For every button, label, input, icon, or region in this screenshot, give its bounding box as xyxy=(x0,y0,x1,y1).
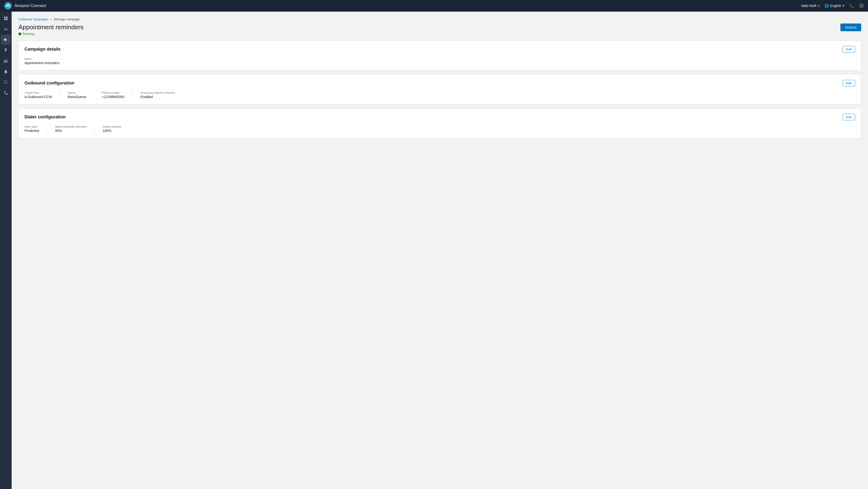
sidebar xyxy=(0,12,11,489)
bandwidth-field: Agent bandwidth allocation 55% xyxy=(47,125,94,133)
language-label: English xyxy=(830,4,841,8)
campaign-name-value: Appointment reminders xyxy=(25,61,60,65)
sidebar-item-quick-connect[interactable] xyxy=(1,45,11,55)
campaign-details-card: Campaign details Edit Name Appointment r… xyxy=(19,40,861,70)
breadcrumb: Outbound campaigns > Manage campaign xyxy=(19,18,861,21)
campaign-name-field: Name Appointment reminders xyxy=(25,57,67,65)
chevron-down-icon: ▼ xyxy=(842,4,845,7)
sidebar-item-analytics[interactable] xyxy=(1,24,11,34)
app-name: Amazon Connect xyxy=(14,3,46,8)
dialer-config-header: Dialer configuration Edit xyxy=(25,114,855,120)
bandwidth-label: Agent bandwidth allocation xyxy=(55,125,87,128)
outbound-config-header: Outbound configuration Edit xyxy=(25,80,855,87)
dialer-type-label: Dialer type xyxy=(25,125,39,128)
breadcrumb-parent-link[interactable]: Outbound campaigns xyxy=(19,18,49,21)
outbound-config-fields: Contact flow A-Outbound-CCW Queue BasicQ… xyxy=(25,91,855,99)
breadcrumb-separator: > xyxy=(51,18,52,21)
sidebar-item-users[interactable] xyxy=(1,56,11,66)
outbound-config-edit-button[interactable]: Edit xyxy=(843,80,855,87)
campaign-details-edit-button[interactable]: Edit xyxy=(843,46,855,53)
phone-number-field: Phone number +12268945362 xyxy=(94,91,132,99)
logout-icon[interactable]: ⎋ xyxy=(817,4,820,8)
svg-point-1 xyxy=(7,5,9,7)
globe-icon: 🌐 xyxy=(825,4,829,8)
dialer-type-field: Dialer type Predictive xyxy=(25,125,47,133)
amd-value: Enabled xyxy=(141,95,175,99)
app-header: Amazon Connect Nikki Wolf ⎋ 🌐 English ▼ … xyxy=(0,0,868,12)
contact-flow-value: A-Outbound-CCW xyxy=(25,95,52,99)
sidebar-item-campaigns[interactable] xyxy=(1,35,11,44)
status-label: Running xyxy=(23,32,34,36)
queue-field: Queue BasicQueue xyxy=(60,91,94,99)
phone-icon[interactable]: 📞 xyxy=(849,3,855,8)
phone-number-label: Phone number xyxy=(102,91,125,94)
language-selector[interactable]: 🌐 English ▼ xyxy=(825,4,845,8)
dialer-config-title: Dialer configuration xyxy=(25,115,66,120)
bandwidth-value: 55% xyxy=(55,129,87,133)
svg-rect-4 xyxy=(4,19,6,20)
amd-field: Answering machine detection Enabled xyxy=(132,91,183,99)
app-logo-icon xyxy=(4,2,12,10)
dialing-capacity-field: Dialing capacity 100% xyxy=(95,125,129,133)
sidebar-item-headset[interactable] xyxy=(1,77,11,87)
sidebar-item-notifications[interactable] xyxy=(1,67,11,76)
page-title: Appointment reminders xyxy=(19,24,84,31)
queue-label: Queue xyxy=(68,91,86,94)
svg-rect-3 xyxy=(6,17,8,19)
campaign-details-fields: Name Appointment reminders xyxy=(25,57,855,65)
actions-button[interactable]: Actions xyxy=(840,24,861,31)
dialer-config-edit-button[interactable]: Edit xyxy=(843,114,855,120)
contact-flow-field: Contact flow A-Outbound-CCW xyxy=(25,91,60,99)
dialer-config-fields: Dialer type Predictive Agent bandwidth a… xyxy=(25,125,855,133)
amd-label: Answering machine detection xyxy=(141,91,175,94)
app-body: Outbound campaigns > Manage campaign App… xyxy=(0,12,868,489)
campaign-details-title: Campaign details xyxy=(25,47,61,52)
user-name: Nikki Wolf xyxy=(801,4,816,8)
dialing-capacity-label: Dialing capacity xyxy=(103,125,121,128)
sidebar-item-dashboard[interactable] xyxy=(1,13,11,23)
queue-value: BasicQueue xyxy=(68,95,86,99)
page-header-left: Appointment reminders Running xyxy=(19,24,84,36)
outbound-config-title: Outbound configuration xyxy=(25,80,74,86)
logo-area: Amazon Connect xyxy=(4,2,801,10)
outbound-config-card: Outbound configuration Edit Contact flow… xyxy=(19,74,861,104)
dialer-type-value: Predictive xyxy=(25,129,39,133)
contact-flow-label: Contact flow xyxy=(25,91,52,94)
campaign-name-label: Name xyxy=(25,57,60,60)
help-icon[interactable]: ? xyxy=(859,3,864,8)
user-info: Nikki Wolf ⎋ xyxy=(801,4,820,8)
breadcrumb-current: Manage campaign xyxy=(54,18,80,21)
campaign-details-header: Campaign details Edit xyxy=(25,46,855,53)
status-badge: Running xyxy=(19,32,84,36)
dialing-capacity-value: 100% xyxy=(103,129,121,133)
svg-rect-5 xyxy=(6,19,8,20)
svg-rect-2 xyxy=(4,17,6,19)
page-header: Appointment reminders Running Actions xyxy=(19,24,861,36)
phone-number-value: +12268945362 xyxy=(102,95,125,99)
sidebar-item-phone[interactable] xyxy=(1,88,11,98)
main-content: Outbound campaigns > Manage campaign App… xyxy=(11,12,868,489)
header-right: Nikki Wolf ⎋ 🌐 English ▼ 📞 ? xyxy=(801,3,864,8)
dialer-config-card: Dialer configuration Edit Dialer type Pr… xyxy=(19,108,861,138)
status-dot xyxy=(19,32,21,35)
